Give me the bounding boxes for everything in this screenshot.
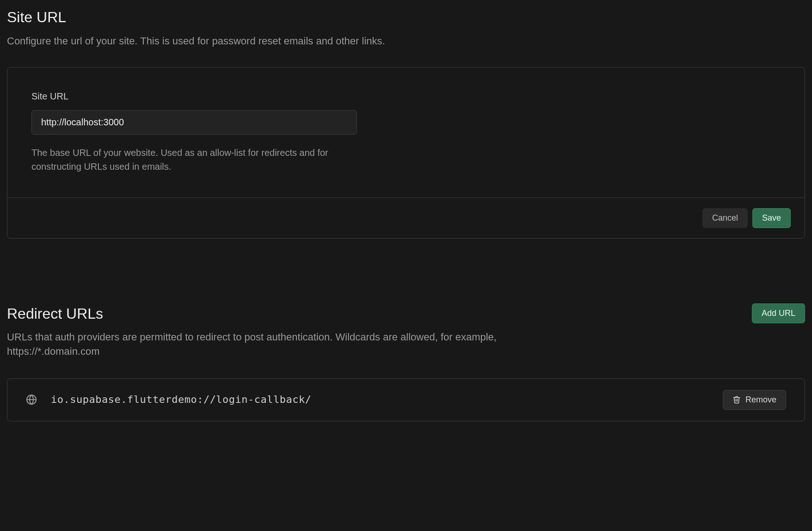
save-button[interactable]: Save (752, 208, 791, 228)
cancel-button[interactable]: Cancel (702, 208, 748, 228)
redirect-url-text: io.supabase.flutterdemo://login-callback… (51, 393, 709, 407)
redirect-urls-section: Redirect URLs URLs that auth providers a… (7, 303, 805, 421)
site-url-panel: Site URL The base URL of your website. U… (7, 67, 805, 239)
site-url-section: Site URL Configure the url of your site.… (7, 7, 805, 239)
site-url-help-text: The base URL of your website. Used as an… (31, 146, 360, 173)
site-url-panel-body: Site URL The base URL of your website. U… (7, 68, 805, 198)
site-url-description: Configure the url of your site. This is … (7, 34, 805, 49)
redirect-urls-title: Redirect URLs (7, 303, 516, 324)
globe-icon (26, 394, 37, 405)
trash-icon (732, 395, 741, 404)
remove-url-button[interactable]: Remove (723, 390, 786, 410)
redirect-url-row: io.supabase.flutterdemo://login-callback… (7, 379, 805, 421)
redirect-urls-description: URLs that auth providers are permitted t… (7, 330, 516, 359)
site-url-title: Site URL (7, 7, 805, 28)
site-url-panel-footer: Cancel Save (7, 198, 805, 238)
site-url-field-label: Site URL (31, 90, 781, 103)
remove-url-label: Remove (745, 395, 776, 405)
add-url-button[interactable]: Add URL (752, 303, 805, 323)
redirect-url-list: io.supabase.flutterdemo://login-callback… (7, 378, 805, 421)
redirect-header: Redirect URLs URLs that auth providers a… (7, 303, 805, 359)
site-url-input[interactable] (31, 110, 357, 135)
